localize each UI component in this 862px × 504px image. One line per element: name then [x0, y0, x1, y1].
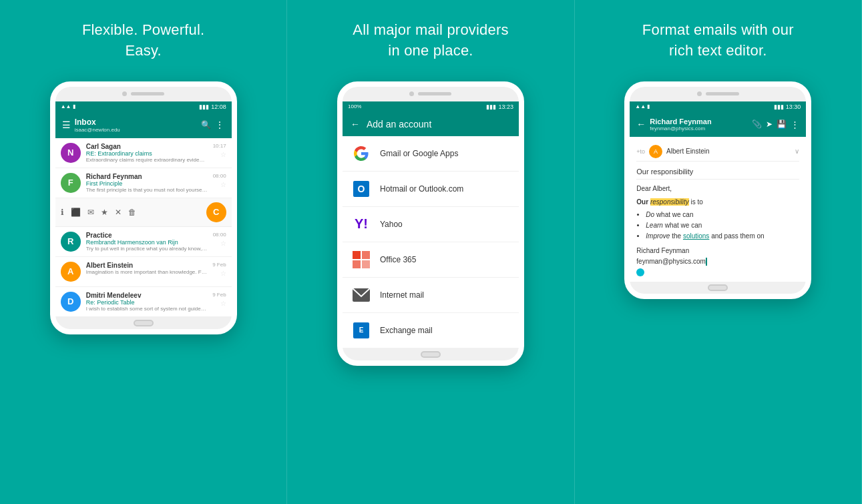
star-icon[interactable]: ☆ [220, 151, 226, 158]
email-meta: 08:00 ☆ [213, 232, 226, 247]
body-highlight: responsibility [650, 198, 689, 206]
email-subject: RE: Extraordinary claims [86, 150, 208, 157]
email-list: N Carl Sagan RE: Extraordinary claims Ex… [55, 138, 232, 317]
email-item[interactable]: R Practice Rembrandt Harmenszoon van Rij… [55, 227, 232, 257]
more-options-icon[interactable]: ⋮ [215, 119, 225, 130]
back-arrow-icon-3[interactable]: ← [636, 119, 646, 130]
attachment-icon[interactable]: 📎 [752, 119, 762, 129]
body-rest: is to [690, 198, 702, 206]
home-button-3[interactable] [708, 284, 728, 291]
swipe-action-row[interactable]: ℹ ⬛ ✉ ★ ✕ 🗑 C [55, 198, 232, 227]
office365-icon [352, 250, 371, 269]
email-sender: Albert Einstein [86, 262, 208, 269]
body-main-text: Our responsibility is to [636, 197, 799, 208]
yahoo-icon: Y! [352, 215, 371, 234]
phone1-bottom-bar [55, 317, 232, 329]
avatar: N [61, 143, 81, 163]
exchange-box: E [353, 322, 369, 338]
search-icon[interactable]: 🔍 [201, 120, 211, 130]
email-sender: Dmitri Mendeleev [86, 292, 208, 299]
email-meta: 9 Feb ☆ [212, 292, 226, 307]
gmail-provider-item[interactable]: Gmail or Google Apps [343, 136, 519, 172]
email-from-name: Richard Feynman [650, 117, 748, 125]
star-icon[interactable]: ☆ [220, 240, 226, 247]
hotmail-label: Hotmail or Outlook.com [380, 184, 463, 194]
panel-flexible: Flexible. Powerful.Easy. ▲▲ ▮ ▮▮▮ 12:08 … [0, 0, 287, 504]
compose-header: ← Richard Feynman feynman@physics.com 📎 … [630, 112, 806, 137]
phone3-top-bar [630, 87, 806, 101]
exchange-label: Exchange mail [380, 326, 433, 335]
star-icon[interactable]: ☆ [220, 300, 226, 307]
email-from-addr: feynman@physics.com [650, 125, 748, 132]
compose-body[interactable]: Dear Albert, Our responsibility is to Do… [636, 184, 799, 276]
hotmail-icon: O [352, 180, 371, 198]
panel1-title: Flexible. Powerful.Easy. [82, 20, 205, 61]
status-bar-2: 100% ▮▮▮ 13:23 [343, 101, 519, 112]
remove-icon[interactable]: ✕ [115, 208, 122, 217]
chevron-down-icon[interactable]: ∨ [795, 148, 799, 155]
google-icon [352, 144, 371, 163]
teal-dot [636, 268, 644, 276]
bullet-learn: Learn [646, 222, 663, 229]
exchange-provider-item[interactable]: E Exchange mail [343, 313, 519, 348]
email-item[interactable]: D Dmitri Mendeleev Re: Periodic Table I … [55, 287, 232, 317]
mail-icon[interactable]: ✉ [87, 208, 94, 217]
star-icon[interactable]: ☆ [220, 181, 226, 188]
time-1: 12:08 [211, 103, 226, 110]
signal-icons-1: ▲▲ ▮ [61, 103, 197, 109]
delete-icon[interactable]: 🗑 [128, 208, 136, 217]
email-time: 10:17 [213, 143, 226, 149]
back-arrow-icon[interactable]: ← [351, 119, 360, 130]
info-icon[interactable]: ℹ [61, 208, 64, 217]
email-preview: I wish to establish some sort of system … [86, 306, 208, 312]
email-content: Richard Feynman First Principle The firs… [86, 173, 208, 193]
recipient-avatar: A [649, 145, 662, 158]
imap-provider-item[interactable]: Internet mail [343, 278, 519, 313]
phone2-top-bar [343, 87, 519, 101]
hotmail-letter: O [358, 184, 365, 194]
home-button[interactable] [134, 320, 154, 326]
mail-icon [352, 286, 371, 304]
email-meta: 10:17 ☆ [213, 143, 226, 158]
solutions-link[interactable]: solutions [683, 232, 709, 240]
battery-percent: 100% [348, 103, 484, 109]
bullet-improve: Improve [646, 232, 670, 240]
bullet-list: Do what we can Learn what we can Improve… [636, 210, 799, 242]
panel-rich-text: Format emails with ourrich text editor. … [575, 0, 862, 504]
email-preview: Imagination is more important than knowl… [86, 269, 208, 275]
office365-label: Office 365 [380, 255, 416, 264]
email-item[interactable]: N Carl Sagan RE: Extraordinary claims Ex… [55, 138, 232, 168]
hotmail-box: O [353, 181, 369, 197]
star-icon[interactable]: ☆ [220, 270, 226, 277]
signature-email: feynman@physics.com [636, 256, 799, 267]
home-button-2[interactable] [421, 351, 441, 358]
email-item[interactable]: F Richard Feynman First Principle The fi… [55, 168, 232, 198]
email-time: 08:00 [213, 173, 226, 179]
provider-list: Gmail or Google Apps O Hotmail or Outloo… [343, 136, 519, 348]
phone2-speaker [418, 92, 451, 95]
bullet-item: Do what we can [646, 210, 799, 220]
yahoo-provider-item[interactable]: Y! Yahoo [343, 207, 519, 242]
text-cursor [706, 258, 707, 266]
compose-area[interactable]: +to A Albert Einstein ∨ Our responsibili… [630, 137, 806, 282]
send-icon[interactable]: ➤ [766, 119, 773, 129]
exchange-icon: E [352, 321, 371, 340]
email-sender: Richard Feynman [86, 173, 208, 180]
hamburger-icon[interactable]: ☰ [62, 119, 71, 130]
archive-icon[interactable]: ⬛ [71, 208, 81, 217]
panel-mail-providers: All major mail providersin one place. 10… [287, 0, 574, 504]
status-bar-3: ▲▲ ▮ ▮▮▮ 13:30 [630, 101, 806, 112]
email-item[interactable]: A Albert Einstein Imagination is more im… [55, 257, 232, 287]
body-greeting: Dear Albert, [636, 184, 799, 194]
office365-provider-item[interactable]: Office 365 [343, 242, 519, 278]
email-content: Albert Einstein Imagination is more impo… [86, 262, 208, 275]
save-icon[interactable]: 💾 [777, 119, 787, 129]
inbox-subtitle: isaac@newton.edu [75, 127, 197, 133]
email-meta: 9 Feb ☆ [212, 262, 226, 277]
star-action-icon[interactable]: ★ [101, 208, 108, 217]
signature: Richard Feynman feynman@physics.com [636, 246, 799, 276]
svg-rect-3 [362, 260, 370, 268]
hotmail-provider-item[interactable]: O Hotmail or Outlook.com [343, 172, 519, 207]
signal-icons-3: ▲▲ ▮ [635, 103, 771, 109]
more-icon-3[interactable]: ⋮ [791, 119, 799, 130]
